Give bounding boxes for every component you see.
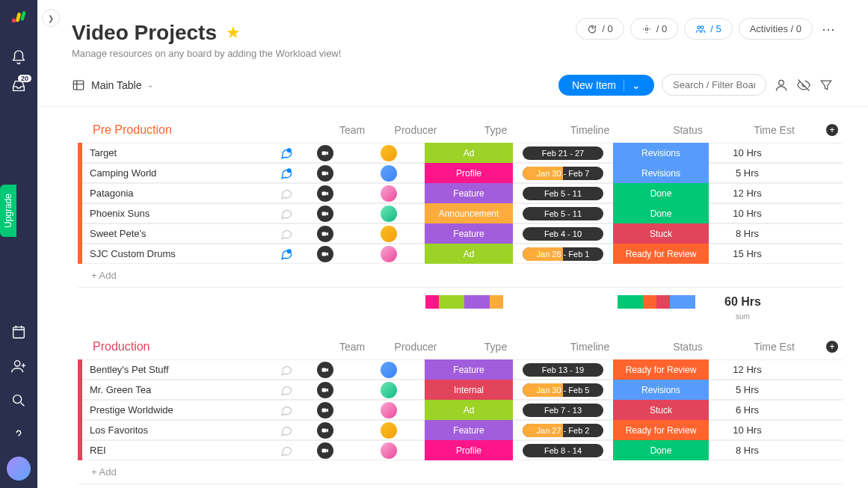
team-cell[interactable] — [298, 442, 353, 459]
chat-button[interactable] — [275, 227, 298, 241]
time-cell[interactable]: 5 Hrs — [709, 384, 786, 395]
type-cell[interactable]: Internal — [425, 380, 513, 400]
time-cell[interactable]: 15 Hrs — [709, 248, 786, 259]
type-cell[interactable]: Ad — [425, 143, 513, 163]
time-cell[interactable]: 8 Hrs — [709, 228, 786, 239]
chat-button[interactable] — [275, 207, 298, 220]
time-cell[interactable]: 10 Hrs — [709, 424, 786, 436]
producer-cell[interactable] — [353, 362, 425, 378]
chat-button[interactable] — [275, 167, 298, 180]
time-cell[interactable]: 8 Hrs — [709, 445, 786, 456]
item-name[interactable]: REI — [82, 445, 275, 456]
upgrade-button[interactable]: Upgrade — [0, 185, 16, 237]
status-cell[interactable]: Revisions — [613, 163, 709, 183]
producer-cell[interactable] — [353, 185, 425, 202]
time-cell[interactable]: 12 Hrs — [709, 364, 786, 375]
notifications-icon[interactable] — [10, 49, 27, 66]
table-row[interactable]: Patagonia Feature Feb 5 - 11 Done 12 Hrs — [78, 183, 843, 203]
timeline-cell[interactable]: Feb 7 - 13 — [513, 404, 613, 417]
type-cell[interactable]: Feature — [425, 183, 513, 203]
item-name[interactable]: Phoenix Suns — [82, 208, 275, 219]
timeline-cell[interactable]: Jan 30 - Feb 5 — [513, 383, 613, 397]
timeline-cell[interactable]: Feb 5 - 11 — [513, 207, 613, 220]
producer-cell[interactable] — [353, 402, 425, 418]
status-cell[interactable]: Ready for Review — [613, 244, 709, 264]
integration-pill-2[interactable]: / 0 — [630, 18, 678, 40]
members-pill[interactable]: / 5 — [684, 18, 732, 40]
time-cell[interactable]: 10 Hrs — [709, 147, 786, 158]
item-name[interactable]: SJC Custom Drums — [82, 248, 275, 259]
team-cell[interactable] — [298, 402, 353, 418]
status-cell[interactable]: Revisions — [613, 143, 709, 163]
more-menu-icon[interactable]: ⋯ — [819, 21, 838, 37]
team-cell[interactable] — [298, 382, 353, 398]
view-selector[interactable]: Main Table ⌄ — [72, 78, 153, 92]
team-cell[interactable] — [298, 165, 353, 182]
chat-button[interactable] — [275, 363, 298, 377]
group-title[interactable]: ▼ Production — [78, 340, 324, 353]
type-cell[interactable]: Feature — [425, 359, 513, 380]
producer-cell[interactable] — [353, 145, 425, 161]
calendar-icon[interactable] — [10, 324, 27, 340]
table-row[interactable]: Bentley's Pet Stuff Feature Feb 13 - 19 … — [78, 359, 843, 380]
table-row[interactable]: Target Ad Feb 21 - 27 Revisions 10 Hrs — [78, 143, 843, 163]
help-icon[interactable] — [10, 427, 27, 443]
timeline-cell[interactable]: Feb 4 - 10 — [513, 227, 613, 241]
team-cell[interactable] — [298, 206, 353, 222]
timeline-cell[interactable]: Feb 13 - 19 — [513, 363, 613, 377]
item-name[interactable]: Prestige Worldwide — [82, 404, 275, 416]
activities-pill[interactable]: Activities / 0 — [739, 18, 813, 40]
add-column-button[interactable]: + — [826, 124, 838, 136]
hide-icon[interactable] — [796, 78, 811, 93]
time-cell[interactable]: 5 Hrs — [709, 167, 786, 179]
type-cell[interactable]: Profile — [425, 163, 513, 183]
timeline-cell[interactable]: Feb 8 - 14 — [513, 444, 613, 457]
person-filter-icon[interactable] — [774, 78, 789, 93]
group-title[interactable]: ▼ Pre Production — [78, 123, 324, 137]
status-cell[interactable]: Done — [613, 440, 709, 460]
item-name[interactable]: Camping World — [82, 167, 275, 179]
collapse-icon[interactable]: ▼ — [78, 342, 88, 352]
team-cell[interactable] — [298, 246, 353, 262]
table-row[interactable]: Phoenix Suns Announcement Feb 5 - 11 Don… — [78, 203, 843, 223]
search-input[interactable] — [662, 74, 766, 96]
table-row[interactable]: Sweet Pete's Feature Feb 4 - 10 Stuck 8 … — [78, 223, 843, 244]
item-name[interactable]: Mr. Green Tea — [82, 384, 275, 395]
producer-cell[interactable] — [353, 442, 425, 459]
add-item-button[interactable]: + Add — [78, 264, 843, 288]
chat-button[interactable] — [275, 247, 298, 261]
timeline-cell[interactable]: Jan 30 - Feb 7 — [513, 167, 613, 180]
table-row[interactable]: Camping World Profile Jan 30 - Feb 7 Rev… — [78, 163, 843, 183]
status-cell[interactable]: Ready for Review — [613, 359, 709, 380]
type-cell[interactable]: Feature — [425, 223, 513, 244]
type-cell[interactable]: Ad — [425, 400, 513, 420]
type-cell[interactable]: Ad — [425, 244, 513, 264]
table-row[interactable]: REI Profile Feb 8 - 14 Done 8 Hrs — [78, 440, 843, 460]
timeline-cell[interactable]: Jan 26 - Feb 1 — [513, 247, 613, 261]
team-cell[interactable] — [298, 185, 353, 202]
status-cell[interactable]: Stuck — [613, 223, 709, 244]
time-cell[interactable]: 6 Hrs — [709, 404, 786, 416]
chat-button[interactable] — [275, 444, 298, 457]
producer-cell[interactable] — [353, 226, 425, 242]
time-cell[interactable]: 12 Hrs — [709, 188, 786, 199]
add-column-button[interactable]: + — [826, 341, 838, 353]
user-avatar[interactable] — [7, 457, 31, 481]
timeline-cell[interactable]: Feb 21 - 27 — [513, 146, 613, 160]
item-name[interactable]: Target — [82, 147, 275, 158]
type-cell[interactable]: Profile — [425, 440, 513, 460]
chat-button[interactable] — [275, 424, 298, 437]
chat-button[interactable] — [275, 404, 298, 417]
table-row[interactable]: Mr. Green Tea Internal Jan 30 - Feb 5 Re… — [78, 380, 843, 400]
item-name[interactable]: Patagonia — [82, 188, 275, 199]
status-cell[interactable]: Done — [613, 203, 709, 223]
table-row[interactable]: Los Favoritos Feature Jan 27 - Feb 2 Rea… — [78, 420, 843, 440]
timeline-cell[interactable]: Jan 27 - Feb 2 — [513, 424, 613, 437]
item-name[interactable]: Los Favoritos — [82, 424, 275, 436]
producer-cell[interactable] — [353, 246, 425, 262]
producer-cell[interactable] — [353, 422, 425, 439]
filter-icon[interactable] — [819, 78, 834, 93]
chat-button[interactable] — [275, 187, 298, 200]
type-cell[interactable]: Feature — [425, 420, 513, 440]
invite-icon[interactable] — [10, 358, 27, 374]
